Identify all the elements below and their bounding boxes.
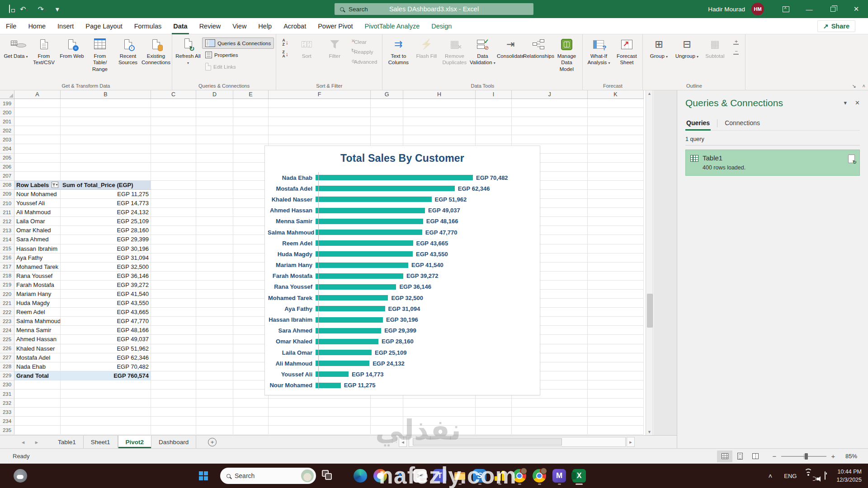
cell-A226[interactable]: Khaled Nasser (14, 344, 61, 353)
forecast-sheet-button[interactable]: ↗Forecast Sheet (613, 36, 641, 82)
cell-K228[interactable] (588, 362, 644, 371)
chart-bar[interactable] (316, 383, 341, 388)
cell-B209[interactable]: EGP 11,275 (61, 190, 151, 199)
cell-A221[interactable]: Huda Magdy (14, 299, 61, 308)
cell-F200[interactable] (269, 108, 371, 117)
cell-D218[interactable] (196, 272, 233, 281)
cell-G235[interactable] (371, 426, 403, 435)
row-header-217[interactable]: 217 (0, 263, 14, 272)
cell-K213[interactable] (588, 226, 644, 235)
row-header-235[interactable]: 235 (0, 426, 14, 435)
tab-formulas[interactable]: Formulas (128, 18, 167, 34)
cell-K219[interactable] (588, 281, 644, 290)
from-table-range-button[interactable]: From Table/ Range (86, 36, 114, 82)
cell-B221[interactable]: EGP 43,550 (61, 299, 151, 308)
language-indicator[interactable]: ENG (784, 473, 797, 479)
cell-E200[interactable] (233, 108, 269, 117)
cell-J232[interactable] (512, 399, 588, 408)
cell-K211[interactable] (588, 208, 644, 217)
cell-A215[interactable]: Hassan Ibrahim (14, 244, 61, 253)
from-text-csv-button[interactable]: From Text/CSV (30, 36, 58, 82)
cell-C201[interactable] (151, 117, 196, 126)
cell-J203[interactable] (512, 135, 588, 144)
cell-K205[interactable] (588, 154, 644, 163)
cell-B232[interactable] (61, 399, 151, 408)
cell-D210[interactable] (196, 199, 233, 208)
chart-bar[interactable] (316, 219, 423, 224)
cell-G233[interactable] (371, 408, 403, 417)
column-header-J[interactable]: J (512, 90, 588, 99)
cell-C205[interactable] (151, 154, 196, 163)
cell-D212[interactable] (196, 217, 233, 226)
cell-B210[interactable]: EGP 14,773 (61, 199, 151, 208)
cell-J233[interactable] (512, 408, 588, 417)
row-header-222[interactable]: 222 (0, 308, 14, 317)
ungroup-button[interactable]: ⊟Ungroup ▾ (673, 36, 701, 82)
zoom-slider[interactable] (781, 456, 826, 457)
vertical-scrollbar-thumb[interactable] (647, 294, 653, 328)
chart-bar[interactable] (316, 361, 369, 366)
cell-K224[interactable] (588, 326, 644, 335)
chart-bar[interactable] (316, 251, 413, 257)
sort-a-to-z-button[interactable]: AZ↓ (280, 38, 291, 47)
row-header-212[interactable]: 212 (0, 217, 14, 226)
cell-K204[interactable] (588, 144, 644, 153)
cell-H233[interactable] (403, 408, 476, 417)
cell-F201[interactable] (269, 117, 371, 126)
column-header-C[interactable]: C (151, 90, 196, 99)
cell-B202[interactable] (61, 126, 151, 135)
cell-K232[interactable] (588, 399, 644, 408)
cell-A234[interactable] (14, 417, 61, 426)
cell-F199[interactable] (269, 99, 371, 108)
cell-C233[interactable] (151, 408, 196, 417)
cell-E235[interactable] (233, 426, 269, 435)
cell-B225[interactable]: EGP 49,037 (61, 335, 151, 344)
cell-H232[interactable] (403, 399, 476, 408)
cell-E203[interactable] (233, 135, 269, 144)
consolidate-button[interactable]: ⇥Consolidate (496, 36, 524, 82)
cell-A202[interactable] (14, 126, 61, 135)
tab-file[interactable]: File (0, 18, 22, 34)
cell-A224[interactable]: Menna Samir (14, 326, 61, 335)
tray-overflow-icon[interactable]: ˄ (768, 472, 772, 480)
column-header-G[interactable]: G (371, 90, 403, 99)
row-header-199[interactable]: 199 (0, 99, 14, 108)
cell-A217[interactable]: Mohamed Tarek (14, 263, 61, 272)
cell-K220[interactable] (588, 290, 644, 299)
cell-D201[interactable] (196, 117, 233, 126)
sheet-tab-table1[interactable]: Table1 (51, 436, 84, 448)
cell-C215[interactable] (151, 244, 196, 253)
cell-B234[interactable] (61, 417, 151, 426)
weather-icon[interactable] (14, 469, 27, 483)
cell-I234[interactable] (476, 417, 512, 426)
zoom-out-icon[interactable]: − (771, 452, 778, 460)
tab-acrobat[interactable]: Acrobat (278, 18, 312, 34)
cell-A218[interactable]: Rana Youssef (14, 272, 61, 281)
cell-B199[interactable] (61, 99, 151, 108)
relationships-button[interactable]: Relationships (524, 36, 552, 82)
cell-C220[interactable] (151, 290, 196, 299)
chart-bar[interactable] (316, 306, 385, 311)
cell-A222[interactable]: Reem Adel (14, 308, 61, 317)
cell-D222[interactable] (196, 308, 233, 317)
cell-C200[interactable] (151, 108, 196, 117)
chart-bar[interactable] (316, 197, 432, 202)
cell-J200[interactable] (512, 108, 588, 117)
row-header-234[interactable]: 234 (0, 417, 14, 426)
cell-A205[interactable] (14, 154, 61, 163)
tab-review[interactable]: Review (193, 18, 227, 34)
cell-C223[interactable] (151, 317, 196, 326)
scrollbar-resize-handle[interactable]: ⋮⋮ (390, 438, 398, 444)
cell-C206[interactable] (151, 163, 196, 172)
cell-D200[interactable] (196, 108, 233, 117)
cell-C199[interactable] (151, 99, 196, 108)
scroll-down-icon[interactable]: ▼ (646, 430, 653, 434)
cell-E205[interactable] (233, 154, 269, 163)
chrome-1-icon[interactable] (509, 466, 529, 486)
cell-A199[interactable] (14, 99, 61, 108)
cell-K214[interactable] (588, 235, 644, 244)
chrome-2-icon[interactable] (529, 466, 549, 486)
cell-B205[interactable] (61, 154, 151, 163)
cell-F232[interactable] (269, 399, 371, 408)
cell-D216[interactable] (196, 253, 233, 263)
